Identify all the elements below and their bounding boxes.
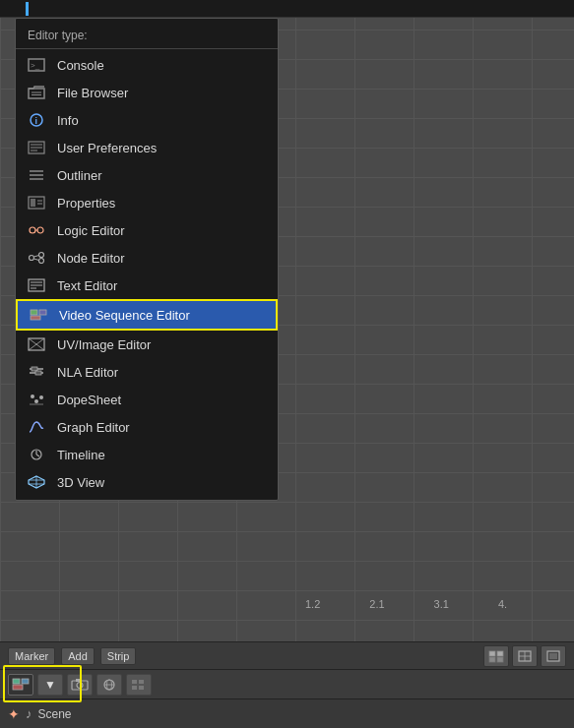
timeline-label: Timeline <box>57 448 105 462</box>
uv-image-editor-label: UV/Image Editor <box>57 337 151 352</box>
timeline-icon <box>26 446 47 463</box>
svg-rect-31 <box>39 310 46 315</box>
menu-item-outliner[interactable]: Outliner <box>16 161 278 189</box>
svg-point-42 <box>39 395 43 399</box>
timeline-label-3: 3.1 <box>434 598 449 610</box>
logic-editor-icon <box>26 221 47 239</box>
graph-editor-label: Graph Editor <box>57 420 130 435</box>
timeline-label-4: 4. <box>498 598 507 610</box>
vse-label: Video Sequence Editor <box>59 308 190 323</box>
svg-line-46 <box>36 455 39 456</box>
text-editor-icon <box>26 276 47 294</box>
svg-rect-2 <box>29 89 44 98</box>
svg-rect-30 <box>31 310 37 315</box>
menu-item-nla-editor[interactable]: NLA Editor <box>16 358 278 386</box>
svg-rect-15 <box>31 199 35 207</box>
3d-view-label: 3D View <box>57 475 104 490</box>
menu-item-text-editor[interactable]: Text Editor <box>16 272 278 299</box>
menu-item-file-browser[interactable]: File Browser <box>16 79 278 106</box>
user-preferences-icon <box>26 139 47 156</box>
menu-item-dopesheet[interactable]: DopeSheet <box>16 386 278 413</box>
text-editor-label: Text Editor <box>57 278 117 293</box>
node-editor-icon <box>26 249 47 267</box>
strip-icon-sphere[interactable] <box>96 674 122 696</box>
timeline-labels: 1.2 2.1 3.1 4. <box>305 598 507 610</box>
bottom-toolbar: Marker Add Strip <box>0 641 574 669</box>
strip-icon-camera[interactable] <box>67 674 93 696</box>
svg-point-64 <box>77 682 83 688</box>
menu-item-info[interactable]: i Info <box>16 106 278 134</box>
svg-point-19 <box>37 227 43 233</box>
editor-type-menu: Editor type: >_ Console File Browser <box>15 18 279 501</box>
dopesheet-icon <box>26 391 47 408</box>
info-icon: i <box>26 111 47 129</box>
svg-rect-39 <box>35 371 41 375</box>
menu-item-logic-editor[interactable]: Logic Editor <box>16 216 278 244</box>
toolbar-icon-1[interactable] <box>483 645 509 667</box>
info-label: Info <box>57 113 79 128</box>
svg-rect-65 <box>76 679 80 682</box>
svg-point-22 <box>39 253 44 258</box>
menu-item-graph-editor[interactable]: Graph Editor <box>16 413 278 441</box>
properties-label: Properties <box>57 196 115 211</box>
marker-button[interactable]: Marker <box>8 647 55 665</box>
svg-rect-69 <box>132 680 137 684</box>
3d-view-icon <box>26 473 47 491</box>
svg-point-21 <box>30 256 34 261</box>
menu-item-properties[interactable]: Properties <box>16 189 278 216</box>
svg-rect-61 <box>22 679 29 684</box>
toolbar-icon-3[interactable] <box>541 645 566 667</box>
svg-rect-38 <box>32 367 37 371</box>
svg-rect-32 <box>31 316 40 320</box>
graph-editor-icon <box>26 418 47 436</box>
console-icon: >_ <box>26 56 47 74</box>
svg-rect-71 <box>132 686 137 690</box>
svg-rect-60 <box>13 679 20 684</box>
bottom-strip: ▼ <box>0 669 574 698</box>
dopesheet-label: DopeSheet <box>57 393 121 407</box>
file-browser-icon <box>26 84 47 101</box>
svg-rect-53 <box>489 657 495 662</box>
scene-label: Scene <box>38 707 72 721</box>
svg-line-24 <box>34 256 39 258</box>
user-preferences-label: User Preferences <box>57 141 157 155</box>
svg-rect-59 <box>549 653 557 659</box>
menu-item-timeline[interactable]: Timeline <box>16 441 278 468</box>
add-button[interactable]: Add <box>61 647 95 665</box>
strip-icon-grid[interactable] <box>126 674 152 696</box>
svg-line-25 <box>34 259 39 261</box>
menu-item-user-preferences[interactable]: User Preferences <box>16 134 278 161</box>
menu-header: Editor type: <box>16 23 278 49</box>
svg-rect-72 <box>139 686 144 690</box>
menu-item-console[interactable]: >_ Console <box>16 51 278 79</box>
svg-rect-54 <box>497 657 503 662</box>
svg-point-40 <box>31 394 34 398</box>
menu-item-uv-image-editor[interactable]: UV/Image Editor <box>16 331 278 358</box>
timeline-label-1: 1.2 <box>305 598 320 610</box>
svg-point-41 <box>34 399 38 403</box>
strip-icon-down-arrow[interactable]: ▼ <box>37 674 63 696</box>
nla-editor-icon <box>26 363 47 381</box>
console-label: Console <box>57 58 104 73</box>
top-indicator <box>26 2 29 16</box>
svg-point-23 <box>39 259 44 264</box>
menu-item-3d-view[interactable]: 3D View <box>16 468 278 496</box>
strip-icon-vse[interactable] <box>8 674 33 696</box>
strip-button[interactable]: Strip <box>100 647 137 665</box>
menu-item-node-editor[interactable]: Node Editor <box>16 244 278 272</box>
toolbar-icon-group <box>483 645 566 667</box>
scene-music-icon: ♪ <box>26 706 32 721</box>
toolbar-icon-2[interactable] <box>512 645 538 667</box>
menu-item-video-sequence-editor[interactable]: Video Sequence Editor <box>16 299 278 331</box>
uv-image-editor-icon <box>26 335 47 353</box>
svg-rect-52 <box>497 651 503 656</box>
outliner-icon <box>26 166 47 184</box>
svg-point-18 <box>30 227 35 233</box>
node-editor-label: Node Editor <box>57 251 125 266</box>
properties-icon <box>26 194 47 212</box>
svg-rect-51 <box>489 651 495 656</box>
scene-star-icon: ✦ <box>8 706 20 722</box>
svg-rect-62 <box>13 685 23 690</box>
logic-editor-label: Logic Editor <box>57 223 125 238</box>
top-bar <box>0 0 574 18</box>
